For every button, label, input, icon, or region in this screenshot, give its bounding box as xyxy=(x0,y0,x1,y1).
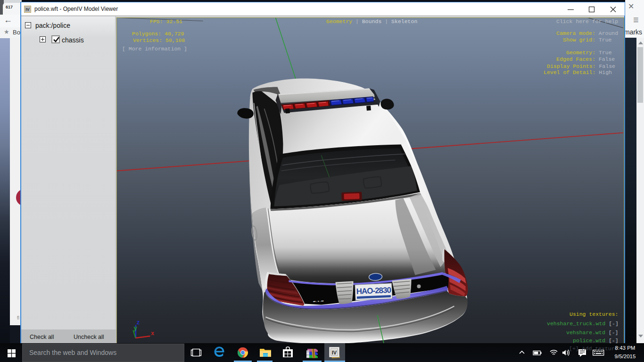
svg-text:y: y xyxy=(134,325,137,332)
svg-text:IV: IV xyxy=(332,350,337,355)
svg-text:HAO-2830: HAO-2830 xyxy=(356,286,391,296)
svg-text:━·•·━: ━·•·━ xyxy=(313,299,324,304)
svg-text:IV: IV xyxy=(25,7,29,12)
svg-text:x: x xyxy=(151,330,154,337)
